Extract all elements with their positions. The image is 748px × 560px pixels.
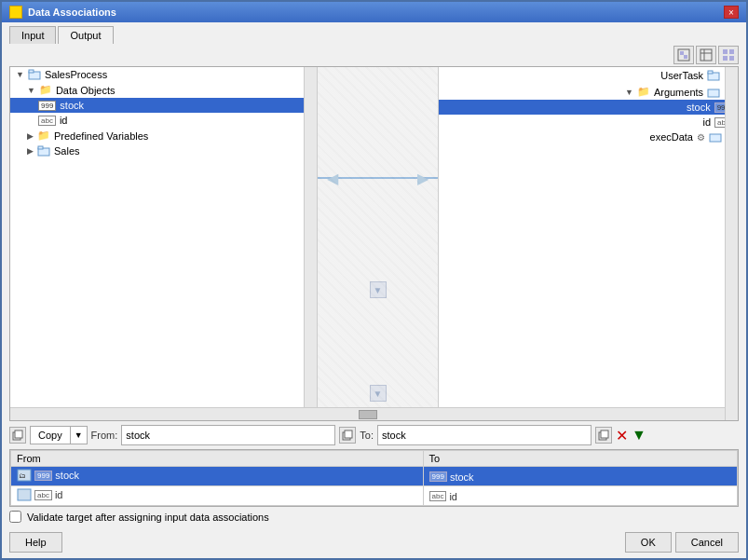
tree-data-objects[interactable]: ▼ 📁 Data Objects xyxy=(10,82,317,98)
right-header: UserTask ▼ xyxy=(439,67,738,84)
footer-buttons: OK Cancel xyxy=(625,532,739,553)
execdata-label: execData xyxy=(650,131,693,143)
svg-rect-3 xyxy=(700,49,712,61)
toolbar-btn-2[interactable] xyxy=(696,46,716,64)
type-badge-999-left: 999 xyxy=(38,101,56,111)
from-label: From: xyxy=(91,430,118,441)
validate-row: Validate target after assigning input da… xyxy=(2,507,746,526)
delete-association-btn[interactable]: ✕ xyxy=(616,427,628,444)
svg-rect-15 xyxy=(708,71,713,74)
from-input[interactable] xyxy=(121,425,335,445)
bottom-toolbar: Copy ▼ From: To: ✕ ▼ xyxy=(2,421,746,449)
expand-icon-3: ▶ xyxy=(27,131,34,141)
table-row[interactable]: abc id abc id xyxy=(11,486,738,506)
tree-id-left[interactable]: abc id xyxy=(10,113,317,128)
tree-sales[interactable]: ▶ Sales xyxy=(10,143,317,158)
svg-rect-13 xyxy=(38,146,43,149)
footer-row: Help OK Cancel xyxy=(2,526,746,558)
svg-rect-11 xyxy=(29,70,34,73)
arguments-label: Arguments xyxy=(654,87,703,98)
close-button[interactable]: × xyxy=(724,6,739,19)
tab-input[interactable]: Input xyxy=(9,26,56,44)
right-root-label: UserTask xyxy=(660,70,703,81)
gear-icon: ⚙ xyxy=(697,132,705,143)
tree-arguments[interactable]: ▼ 📁 Arguments ▼ xyxy=(439,84,738,100)
tree-stock-right[interactable]: stock 999 xyxy=(439,100,738,115)
title-bar: Data Associations × xyxy=(2,2,746,22)
ok-button[interactable]: OK xyxy=(625,532,672,553)
main-window: Data Associations × Input Output ▼ Sales… xyxy=(0,0,748,560)
window-title: Data Associations xyxy=(28,7,116,18)
tree-id-right[interactable]: id abc xyxy=(439,115,738,130)
tree-execdata[interactable]: execData ⚙ ▶ xyxy=(439,130,738,144)
id-right-label: id xyxy=(703,116,712,128)
validate-checkbox[interactable] xyxy=(9,511,21,523)
row1-from-badge: 999 xyxy=(34,471,52,481)
tree-stock-left[interactable]: 999 stock xyxy=(10,98,317,113)
predefined-label: Predefined Variables xyxy=(54,130,148,142)
right-panel: UserTask ▼ ▼ 📁 Arguments ▼ stock 999 id … xyxy=(439,67,738,420)
copy-dropdown-arrow[interactable]: ▼ xyxy=(71,428,87,443)
window-icon xyxy=(9,6,22,19)
move-down-btn[interactable]: ▼ xyxy=(632,427,646,444)
help-button[interactable]: Help xyxy=(9,532,62,553)
toolbar-btn-3[interactable] xyxy=(718,46,739,64)
type-badge-abc-left: abc xyxy=(38,116,56,126)
left-root-label: SalesProcess xyxy=(45,69,107,80)
tree-root-left[interactable]: ▼ SalesProcess xyxy=(10,67,317,82)
to-label: To: xyxy=(360,430,374,441)
row2-to-label: id xyxy=(449,491,457,502)
svg-rect-7 xyxy=(729,49,734,54)
expand-icon-args: ▼ xyxy=(625,88,633,97)
sales-label: Sales xyxy=(54,145,80,157)
middle-panel: ◀ ▶ ▼ ▼ xyxy=(318,67,439,420)
left-panel: ▼ SalesProcess ▼ 📁 Data Objects 999 stoc… xyxy=(10,67,318,420)
main-scrollbar-h[interactable] xyxy=(10,407,725,420)
toolbar-btn-1[interactable] xyxy=(673,46,694,64)
svg-rect-2 xyxy=(684,55,687,59)
scroll-up-middle[interactable]: ▼ xyxy=(370,281,387,298)
scroll-thumb-h xyxy=(359,410,377,419)
expand-icon: ▼ xyxy=(16,70,24,79)
svg-rect-8 xyxy=(723,56,728,61)
copy-dropdown[interactable]: Copy ▼ xyxy=(30,426,88,444)
stock-right-label: stock xyxy=(687,102,711,113)
copy-icon-btn[interactable] xyxy=(9,427,26,444)
table-cell-from-1: 🗂 999 stock xyxy=(11,467,424,486)
to-input[interactable] xyxy=(377,425,592,445)
main-content: ▼ SalesProcess ▼ 📁 Data Objects 999 stoc… xyxy=(9,66,739,421)
stock-left-label: stock xyxy=(60,100,84,111)
row2-from-label: id xyxy=(55,489,63,500)
row2-to-badge: abc xyxy=(429,491,447,501)
cancel-button[interactable]: Cancel xyxy=(675,532,739,553)
tab-output[interactable]: Output xyxy=(58,26,113,44)
left-panel-scrollbar[interactable] xyxy=(304,67,317,420)
row1-to-badge: 999 xyxy=(429,471,447,482)
scroll-down-middle[interactable]: ▼ xyxy=(370,385,387,402)
row1-to-label: stock xyxy=(450,471,474,483)
tree-predefined[interactable]: ▶ 📁 Predefined Variables xyxy=(10,128,317,143)
title-bar-left: Data Associations xyxy=(9,6,116,19)
expand-icon-4: ▶ xyxy=(27,146,34,156)
folder-icon-1: 📁 xyxy=(39,84,52,96)
svg-rect-6 xyxy=(723,49,728,54)
folder-icon-right: 📁 xyxy=(637,86,650,98)
table-cell-to-2: abc id xyxy=(423,486,737,506)
tabs-row: Input Output xyxy=(2,22,746,44)
svg-rect-9 xyxy=(729,56,734,61)
svg-text:🗂: 🗂 xyxy=(19,472,25,479)
associations-table-container: From To 🗂 999 stock xyxy=(9,449,739,507)
expand-icon-2: ▼ xyxy=(27,86,35,95)
toolbar-row xyxy=(2,44,746,66)
right-panel-scrollbar[interactable] xyxy=(725,67,738,420)
to-browse-btn[interactable] xyxy=(595,427,612,444)
svg-rect-23 xyxy=(601,430,608,438)
svg-rect-21 xyxy=(345,430,352,438)
data-objects-label: Data Objects xyxy=(56,85,116,96)
from-browse-btn[interactable] xyxy=(339,427,356,444)
table-row[interactable]: 🗂 999 stock 999 stock xyxy=(11,467,738,486)
associations-table: From To 🗂 999 stock xyxy=(10,450,738,506)
validate-label: Validate target after assigning input da… xyxy=(27,512,269,523)
row2-from-badge: abc xyxy=(34,490,52,500)
svg-rect-17 xyxy=(710,134,721,142)
